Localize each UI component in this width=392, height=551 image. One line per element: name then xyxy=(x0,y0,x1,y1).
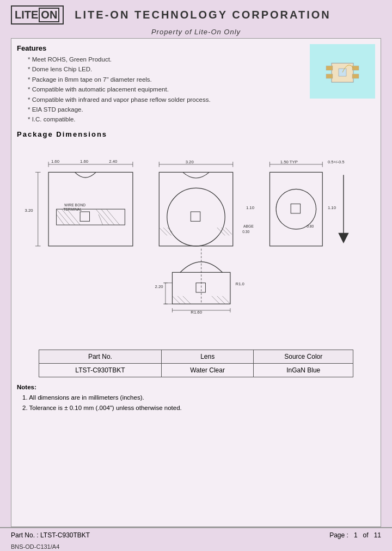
svg-line-63 xyxy=(183,296,191,304)
svg-rect-7 xyxy=(57,209,125,225)
svg-rect-45 xyxy=(291,204,300,213)
footer-doc-number: BNS-OD-C131/A4 xyxy=(0,542,392,551)
svg-point-31 xyxy=(167,188,225,246)
col-header-source: Source Color xyxy=(254,350,353,363)
subtitle-bar: Property of Lite-On Only xyxy=(0,27,392,38)
svg-line-61 xyxy=(172,296,180,304)
svg-line-15 xyxy=(99,215,103,225)
svg-rect-58 xyxy=(172,272,230,304)
note-item-2: 2. Tolerance is ± 0.10 mm (.004") unless… xyxy=(22,403,375,414)
table-section: Part No. Lens Source Color LTST-C930TBKT… xyxy=(39,350,353,377)
notes-title: Notes: xyxy=(17,384,375,390)
footer-page-info: Page : 1 of 11 xyxy=(329,531,381,539)
svg-line-66 xyxy=(222,296,230,304)
feature-item-7: * I.C. compatible. xyxy=(28,114,375,124)
logo-text: LITE xyxy=(15,9,38,21)
svg-line-36 xyxy=(221,228,229,236)
logo-box: LITE ON xyxy=(11,5,64,25)
svg-rect-43 xyxy=(270,172,322,246)
svg-rect-38 xyxy=(191,212,200,221)
package-title: Package Dimensions xyxy=(17,130,375,138)
svg-text:2.20: 2.20 xyxy=(155,284,163,289)
footer-total-pages: 11 xyxy=(374,531,381,539)
svg-text:3.20: 3.20 xyxy=(186,160,194,164)
footer-part-number: Part No. : LTST-C930TBKT xyxy=(11,531,90,539)
svg-line-64 xyxy=(212,296,220,304)
company-title: LITE-ON TECHNOLOGY CORPORATION xyxy=(75,9,330,21)
footer: Part No. : LTST-C930TBKT Page : 1 of 11 xyxy=(0,527,392,542)
svg-text:1.60: 1.60 xyxy=(80,159,88,164)
parts-table: Part No. Lens Source Color LTST-C930TBKT… xyxy=(39,350,353,377)
svg-text:1.60: 1.60 xyxy=(51,159,59,164)
col-header-partno: Part No. xyxy=(39,350,162,363)
footer-of-label: of xyxy=(363,531,369,539)
svg-line-9 xyxy=(62,209,75,225)
svg-rect-60 xyxy=(196,283,205,292)
svg-point-44 xyxy=(276,189,316,229)
page-wrapper: LITE ON LITE-ON TECHNOLOGY CORPORATION P… xyxy=(0,0,392,551)
product-image xyxy=(310,44,375,99)
svg-text:2.40: 2.40 xyxy=(109,159,117,164)
svg-text:0.30: 0.30 xyxy=(242,229,249,233)
table-row: LTST-C930TBKT Water Clear InGaN Blue xyxy=(39,363,353,377)
svg-text:ABGE: ABGE xyxy=(243,224,254,228)
footer-page-label: Page : xyxy=(329,531,348,539)
svg-line-14 xyxy=(96,209,109,225)
svg-text:1.10: 1.10 xyxy=(246,205,254,210)
footer-page-num: 1 xyxy=(354,531,358,539)
svg-rect-1 xyxy=(326,66,333,70)
svg-text:1.50 TYP: 1.50 TYP xyxy=(280,160,298,164)
table-header-row: Part No. Lens Source Color xyxy=(39,350,353,363)
svg-rect-16 xyxy=(80,212,89,221)
svg-rect-2 xyxy=(326,74,333,78)
col-header-lens: Lens xyxy=(161,350,254,363)
svg-text:0.5+/-0.5: 0.5+/-0.5 xyxy=(328,160,345,164)
svg-rect-5 xyxy=(339,69,346,76)
svg-line-65 xyxy=(217,296,225,304)
svg-line-62 xyxy=(177,296,186,304)
cell-color: InGaN Blue xyxy=(254,363,353,377)
svg-line-12 xyxy=(101,209,114,225)
cell-lens: Water Clear xyxy=(161,363,254,377)
svg-rect-30 xyxy=(159,172,232,246)
technical-diagram: 1.60 1.60 2.40 3.20 WIRE BOND TERMINAL xyxy=(17,143,375,344)
logo-area: LITE ON LITE-ON TECHNOLOGY CORPORATION xyxy=(11,5,331,25)
feature-item-6: * EIA STD package. xyxy=(28,105,375,114)
notes-section: Notes: 1. All dimensions are in millimet… xyxy=(17,384,375,414)
svg-text:0.80: 0.80 xyxy=(307,224,314,228)
svg-line-11 xyxy=(57,215,65,225)
svg-line-37 xyxy=(225,228,232,235)
svg-text:1.10: 1.10 xyxy=(328,205,336,210)
svg-text:TERMINAL: TERMINAL xyxy=(63,207,82,211)
logo-on-text: ON xyxy=(39,8,59,22)
svg-line-33 xyxy=(163,228,171,236)
svg-text:3.20: 3.20 xyxy=(25,208,33,213)
svg-line-35 xyxy=(217,228,225,236)
svg-marker-47 xyxy=(338,232,348,243)
subtitle-text: Property of Lite-On Only xyxy=(151,28,241,36)
diagram-area: 1.60 1.60 2.40 3.20 WIRE BOND TERMINAL xyxy=(17,143,375,344)
svg-line-13 xyxy=(107,209,120,225)
main-content: Features * Meet ROHS, Green Product. * D… xyxy=(11,38,381,527)
svg-line-10 xyxy=(67,209,80,225)
features-section: Features * Meet ROHS, Green Product. * D… xyxy=(17,44,375,125)
svg-text:R1.0: R1.0 xyxy=(236,281,244,286)
svg-line-32 xyxy=(159,228,167,236)
note-item-1: 1. All dimensions are in millimeters (in… xyxy=(22,393,375,403)
cell-partno: LTST-C930TBKT xyxy=(39,363,162,377)
svg-rect-4 xyxy=(352,74,359,78)
header: LITE ON LITE-ON TECHNOLOGY CORPORATION xyxy=(0,0,392,27)
chip-led-icon xyxy=(323,55,362,88)
svg-line-34 xyxy=(168,228,173,232)
svg-text:WIRE BOND: WIRE BOND xyxy=(64,203,85,207)
